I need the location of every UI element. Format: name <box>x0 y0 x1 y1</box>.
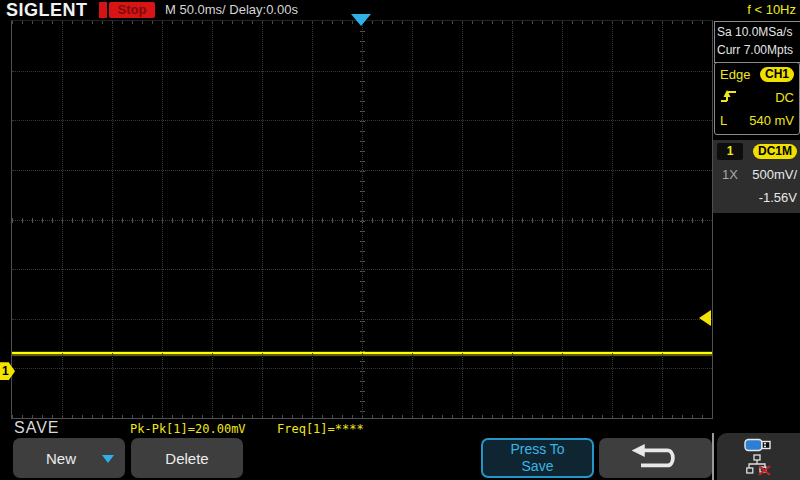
grid-line-horizontal <box>12 71 712 72</box>
channel1-scale-readout: 500mV/ <box>752 167 797 182</box>
trigger-level-readout: 540 mV <box>749 113 794 128</box>
trigger-info-box: Edge CH1 DC L 540 mV <box>714 62 800 135</box>
freq-measurement-readout: Freq[1]=**** <box>277 422 364 436</box>
new-button[interactable]: New <box>13 438 125 478</box>
rising-edge-icon <box>720 88 738 107</box>
pkpk-measurement-readout: Pk-Pk[1]=20.00mV <box>130 422 246 436</box>
grid-line-horizontal <box>12 368 712 369</box>
acquisition-info-box: Sa 10.0MSa/s Curr 7.00Mpts <box>714 21 800 63</box>
io-status-panel <box>717 433 800 480</box>
timebase-readout: M 50.0ms/ Delay:0.00s <box>165 2 298 17</box>
memory-depth-readout: Curr 7.00Mpts <box>717 41 800 59</box>
logo-red-mark <box>99 2 107 18</box>
trigger-source-badge: CH1 <box>760 67 794 82</box>
trigger-position-marker <box>351 14 371 26</box>
new-button-label: New <box>46 450 76 467</box>
grid-line-horizontal <box>12 120 712 121</box>
waveform-display <box>11 20 713 419</box>
back-button[interactable] <box>599 438 712 478</box>
channel1-offset-readout: -1.56V <box>759 190 797 205</box>
grid-line-horizontal <box>12 319 712 320</box>
trigger-level-label: L <box>720 113 727 128</box>
channel1-coupling-badge: DC1M <box>753 144 797 159</box>
lan-disconnected-icon <box>746 454 772 480</box>
brand-logo: SIGLENT <box>6 0 88 21</box>
delete-button[interactable]: Delete <box>131 438 243 478</box>
oscilloscope-screen: SIGLENT Stop M 50.0ms/ Delay:0.00s f < 1… <box>0 0 800 480</box>
header-bar: SIGLENT Stop M 50.0ms/ Delay:0.00s f < 1… <box>0 0 800 20</box>
chevron-down-icon <box>102 455 114 463</box>
channel1-info-box: 1 DC1M 1X 500mV/ -1.56V <box>713 140 800 213</box>
return-arrow-icon <box>627 442 685 475</box>
io-panel-separator <box>712 433 714 480</box>
channel1-probe-readout: 1X <box>716 167 738 182</box>
delete-button-label: Delete <box>165 450 208 467</box>
grid-line-horizontal <box>12 220 712 221</box>
press-to-save-label: Press To Save <box>497 441 578 475</box>
run-state-badge: Stop <box>109 2 155 18</box>
press-to-save-button[interactable]: Press To Save <box>481 438 594 478</box>
sample-rate-readout: Sa 10.0MSa/s <box>717 23 800 41</box>
trigger-mode-label: Edge <box>720 67 750 82</box>
grid-line-horizontal <box>12 170 712 171</box>
menu-title: SAVE <box>14 419 60 437</box>
channel1-number-chip: 1 <box>717 143 743 160</box>
trigger-coupling-readout: DC <box>775 90 794 105</box>
freq-counter-readout: f < 10Hz <box>747 2 796 17</box>
grid-line-horizontal <box>12 269 712 270</box>
trigger-level-marker <box>699 310 711 326</box>
